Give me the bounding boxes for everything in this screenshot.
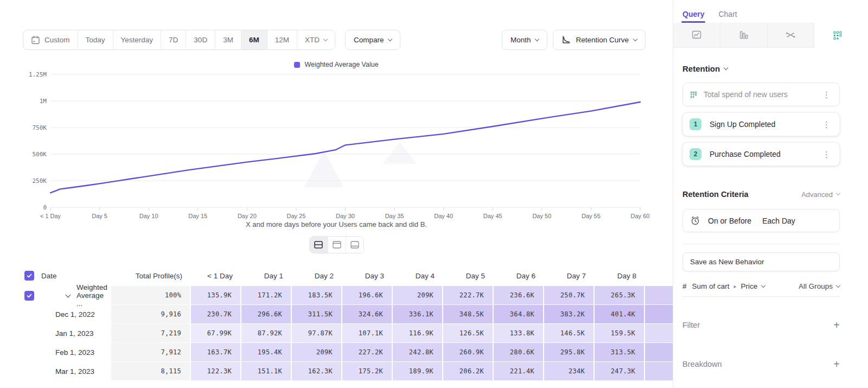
range-30d[interactable]: 30D [186, 30, 215, 49]
criteria-frequency-dropdown[interactable]: Each Day [762, 217, 795, 225]
retention-cell[interactable]: 67.99K [191, 324, 241, 343]
table-row-label[interactable]: Mar 1, 2023 [0, 362, 111, 381]
retention-cell[interactable]: 221.4K [494, 362, 544, 381]
x-axis-tick-label: < 1 Day [40, 213, 61, 219]
retention-cell[interactable]: 230.7K [191, 305, 241, 324]
retention-cell[interactable]: 195.4K [241, 343, 292, 362]
range-today[interactable]: Today [78, 30, 113, 49]
retention-cell[interactable]: 116.9K [393, 324, 443, 343]
x-axis-tick-label: Day 35 [385, 213, 404, 219]
retention-cell[interactable]: 171.2K [241, 286, 292, 305]
retention-cell[interactable]: 313.5K [595, 343, 645, 362]
compare-button[interactable]: Compare [345, 30, 401, 50]
retention-cell[interactable]: 162.3K [292, 362, 342, 381]
retention-cell[interactable]: 383.2K [544, 305, 595, 324]
retention-cell[interactable]: 126.5K [443, 324, 494, 343]
retention-cell-overflow [645, 286, 673, 305]
retention-cell[interactable]: 122.3K [191, 362, 241, 381]
retention-cell[interactable]: 183.5K [292, 286, 342, 305]
range-6m[interactable]: 6M [241, 30, 267, 49]
table-header-cell: Total Profile(s) [111, 265, 191, 286]
tab-funnels[interactable] [720, 23, 767, 48]
retention-cell[interactable]: 364.8K [494, 305, 544, 324]
range-custom[interactable]: Custom [23, 30, 78, 49]
retention-cell[interactable]: 324.6K [342, 305, 393, 324]
measure-dropdown[interactable]: Sum of cart ▸ Price [692, 282, 765, 290]
retention-cell[interactable]: 260.9K [443, 343, 494, 362]
retention-cell[interactable]: 196.6K [342, 286, 393, 305]
table-row-label[interactable]: Feb 1, 2023 [0, 343, 111, 362]
step-card[interactable]: 2Purchase Completed⋮ [682, 142, 840, 166]
add-breakdown-button[interactable]: + [833, 359, 840, 370]
behavior-card[interactable]: Total spend of new users ⋮ [682, 82, 840, 106]
retention-cell[interactable]: 175.2K [342, 362, 393, 381]
groups-dropdown[interactable]: All Groups [799, 282, 840, 290]
range-12m[interactable]: 12M [267, 30, 297, 49]
kebab-menu-icon[interactable]: ⋮ [820, 90, 833, 100]
retention-cell[interactable]: 336.1K [393, 305, 443, 324]
tab-query[interactable]: Query [682, 10, 704, 23]
table-row-label[interactable]: Jan 1, 2023 [0, 324, 111, 343]
step-card[interactable]: 1Sign Up Completed⋮ [682, 112, 840, 136]
split-view-button[interactable] [310, 237, 328, 253]
criteria-timing-dropdown[interactable]: On or Before [708, 217, 751, 225]
retention-cell[interactable]: 87.92K [241, 324, 292, 343]
retention-cell[interactable]: 107.1K [342, 324, 393, 343]
report-section-dropdown[interactable]: Retention [682, 64, 840, 73]
row-checkbox[interactable] [24, 291, 34, 301]
granularity-button[interactable]: Month [502, 30, 548, 50]
tab-chart[interactable]: Chart [718, 10, 737, 23]
retention-cell[interactable]: 348.5K [443, 305, 494, 324]
retention-cell[interactable]: 159.5K [595, 324, 645, 343]
kebab-menu-icon[interactable]: ⋮ [820, 119, 833, 130]
range-3m[interactable]: 3M [215, 30, 241, 49]
retention-chart[interactable]: 0250K500K750K1M1.25M< 1 DayDay 5Day 10Da… [0, 72, 673, 219]
retention-cell[interactable]: 236.6K [494, 286, 544, 305]
retention-cell[interactable]: 209K [393, 286, 443, 305]
tab-flows[interactable] [767, 23, 814, 48]
chart-legend[interactable]: Weighted Average Value [0, 61, 673, 68]
retention-cell[interactable]: 234K [544, 362, 595, 381]
retention-cell[interactable]: 311.5K [292, 305, 342, 324]
tab-insights[interactable] [673, 23, 720, 48]
retention-cell[interactable]: 209K [292, 343, 342, 362]
retention-cell[interactable]: 401.4K [595, 305, 645, 324]
range-yesterday[interactable]: Yesterday [113, 30, 161, 49]
select-all-checkbox[interactable] [24, 271, 34, 281]
retention-cell[interactable]: 206.2K [443, 362, 494, 381]
retention-cell[interactable]: 163.7K [191, 343, 241, 362]
retention-cell[interactable]: 280.6K [494, 343, 544, 362]
range-xtd[interactable]: XTD [297, 30, 335, 49]
retention-cell[interactable]: 189.9K [393, 362, 443, 381]
retention-cell[interactable]: 97.87K [292, 324, 342, 343]
x-axis-tick-label: Day 40 [434, 213, 453, 219]
table-view-button[interactable] [346, 237, 363, 253]
retention-cell[interactable]: 133.8K [494, 324, 544, 343]
report-section-label: Retention [682, 64, 720, 73]
split-view-icon [313, 240, 324, 250]
retention-cell[interactable]: 247.3K [595, 362, 645, 381]
chart-type-button[interactable]: Retention Curve [553, 30, 646, 50]
range-7d[interactable]: 7D [161, 30, 186, 49]
kebab-menu-icon[interactable]: ⋮ [820, 149, 833, 160]
save-as-new-behavior-button[interactable]: Save as New Behavior [682, 252, 840, 271]
table-header-cell: Day 3 [342, 265, 393, 286]
chevron-down-icon[interactable] [66, 292, 71, 297]
retention-cell[interactable]: 222.7K [443, 286, 494, 305]
chart-view-button[interactable] [328, 237, 346, 253]
add-filter-button[interactable]: + [833, 320, 840, 330]
advanced-dropdown[interactable]: Advanced [801, 190, 840, 199]
retention-cell[interactable]: 227.2K [342, 343, 393, 362]
retention-cell[interactable]: 250.7K [544, 286, 595, 305]
tab-retention[interactable] [814, 23, 861, 48]
retention-cell[interactable]: 295.8K [544, 343, 595, 362]
retention-cell[interactable]: 242.8K [393, 343, 443, 362]
retention-cell[interactable]: 265.3K [595, 286, 645, 305]
retention-cell[interactable]: 151.1K [241, 362, 292, 381]
retention-cell[interactable]: 146.5K [544, 324, 595, 343]
retention-cell[interactable]: 135.9K [191, 286, 241, 305]
table-row-label[interactable]: Weighted Average ... [0, 286, 111, 305]
measure-row: # Sum of cart ▸ Price All Groups [682, 276, 840, 297]
table-row-label[interactable]: Dec 1, 2022 [0, 305, 111, 324]
retention-cell[interactable]: 296.6K [241, 305, 292, 324]
